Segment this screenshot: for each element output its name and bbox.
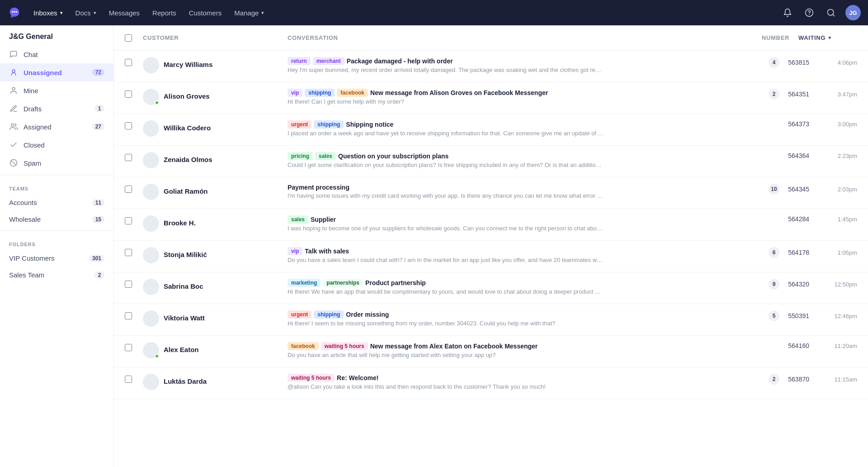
sidebar-item-sales-team[interactable]: Sales Team 2	[0, 267, 113, 283]
sidebar-item-label: Drafts	[24, 105, 89, 113]
sidebar-item-spam[interactable]: Spam	[0, 154, 113, 172]
conv-meta: 564373 3:00pm	[753, 120, 857, 128]
svg-line-6	[833, 14, 835, 16]
avatar-placeholder	[143, 247, 159, 263]
svg-point-2	[16, 11, 18, 13]
conv-meta: 564160 11:20am	[753, 342, 857, 349]
conversation-number: 564373	[782, 120, 818, 128]
tag-marketing: marketing	[288, 279, 321, 287]
table-row[interactable]: Luktás Darda waiting 5 hours Re: Welcome…	[114, 367, 868, 399]
row-checkbox[interactable]	[125, 312, 132, 319]
sidebar-item-label: Mine	[24, 87, 104, 95]
nav-customers[interactable]: Customers	[183, 6, 228, 19]
row-checkbox-col	[125, 89, 143, 100]
sidebar-item-chat[interactable]: Chat	[0, 45, 113, 63]
sidebar-item-assigned[interactable]: Assigned 27	[0, 118, 113, 136]
table-row[interactable]: Alex Eaton facebookwaiting 5 hours New m…	[114, 336, 868, 367]
row-checkbox[interactable]	[125, 217, 132, 224]
conversation-cell: pricingsales Question on your subscripti…	[288, 152, 753, 168]
sidebar-item-label: Unassigned	[24, 69, 87, 76]
conv-meta: 2 563870 11:15am	[753, 374, 857, 385]
teams-section-title: TEAMS	[0, 178, 113, 194]
avatar	[143, 89, 159, 105]
customer-cell: Stonja Milikić	[143, 247, 288, 263]
table-row[interactable]: Brooke H. sales Supplier I was hoping to…	[114, 209, 868, 241]
sidebar-item-vip-customers[interactable]: VIP Customers 301	[0, 250, 113, 267]
sidebar-item-accounts[interactable]: Accounts 11	[0, 194, 113, 211]
sidebar-item-label: Sales Team	[9, 271, 89, 279]
conversation-cell: waiting 5 hours Re: Welcome! @alison Can…	[288, 374, 753, 390]
table-row[interactable]: Goliat Ramón Payment processing I'm havi…	[114, 177, 868, 209]
avatar-placeholder	[143, 120, 159, 137]
conversation-preview: Could I get some clarification on your s…	[288, 162, 604, 168]
row-checkbox[interactable]	[125, 344, 132, 351]
sidebar-item-wholesale[interactable]: Wholesale 15	[0, 211, 113, 228]
table-row[interactable]: Zenaida Olmos pricingsales Question on y…	[114, 146, 868, 177]
tag-facebook: facebook	[337, 89, 368, 97]
sidebar-item-label: Spam	[24, 159, 104, 167]
conversation-preview: Hi there! I seem to be missing something…	[288, 320, 604, 327]
avatar-placeholder	[143, 184, 159, 200]
row-checkbox-col	[125, 342, 143, 353]
row-checkbox[interactable]	[125, 59, 132, 66]
table-row[interactable]: Marcy Williams returnmerchant Package da…	[114, 51, 868, 82]
conversation-number: 564364	[782, 152, 818, 159]
row-checkbox-col	[125, 57, 143, 68]
conversation-preview: I was hoping to become one of your suppl…	[288, 225, 604, 232]
message-count-badge: 2	[769, 89, 779, 100]
row-checkbox-col	[125, 310, 143, 321]
conversation-title: New message from Alison Groves on Facebo…	[370, 89, 548, 96]
customer-cell: Zenaida Olmos	[143, 152, 288, 168]
conversation-number: 564160	[782, 342, 818, 349]
select-all-checkbox[interactable]	[125, 34, 132, 42]
user-avatar[interactable]: JG	[845, 5, 861, 20]
sidebar-item-unassigned[interactable]: Unassigned 72	[0, 63, 113, 81]
table-row[interactable]: Sabrina Boc marketingpartnerships Produc…	[114, 272, 868, 304]
svg-point-7	[12, 70, 15, 72]
row-checkbox[interactable]	[125, 376, 132, 383]
table-row[interactable]: Alison Groves vipshippingfacebook New me…	[114, 82, 868, 114]
tags-and-title: vip Talk with sales	[288, 247, 753, 255]
sidebar: J&G General Chat Unassigned 72	[0, 25, 114, 467]
search-icon[interactable]	[824, 5, 838, 20]
sidebar-item-drafts[interactable]: Drafts 1	[0, 100, 113, 118]
conversation-cell: urgentshipping Shipping notice I placed …	[288, 120, 753, 137]
nav-inboxes[interactable]: Inboxes ▾	[27, 6, 69, 19]
tag-waiting: waiting 5 hours	[321, 342, 368, 350]
conversation-cell: marketingpartnerships Product partnershi…	[288, 279, 753, 295]
nav-messages[interactable]: Messages	[103, 6, 146, 19]
sidebar-item-mine[interactable]: Mine	[0, 81, 113, 100]
waiting-col-header[interactable]: Waiting ▼	[798, 34, 857, 41]
sidebar-item-closed[interactable]: Closed	[0, 136, 113, 154]
svg-point-9	[11, 124, 14, 126]
conversation-cell: sales Supplier I was hoping to become on…	[288, 215, 753, 232]
row-checkbox[interactable]	[125, 249, 132, 256]
avatar	[143, 184, 159, 200]
row-checkbox[interactable]	[125, 154, 132, 161]
tags-and-title: waiting 5 hours Re: Welcome!	[288, 374, 753, 382]
row-checkbox[interactable]	[125, 91, 132, 98]
tag-shipping: shipping	[305, 89, 335, 97]
avatar	[143, 120, 159, 137]
conv-meta: 2 564351 3:47pm	[753, 89, 857, 100]
avatar	[143, 247, 159, 263]
nav-reports[interactable]: Reports	[146, 6, 183, 19]
tag-vip: vip	[288, 247, 302, 255]
table-row[interactable]: Willika Codero urgentshipping Shipping n…	[114, 114, 868, 146]
tag-vip: vip	[288, 89, 302, 97]
nav-docs[interactable]: Docs ▾	[69, 6, 103, 19]
help-icon[interactable]	[802, 5, 816, 20]
customer-cell: Luktás Darda	[143, 374, 288, 390]
tag-waiting: waiting 5 hours	[288, 374, 335, 382]
customer-cell: Goliat Ramón	[143, 184, 288, 200]
row-checkbox[interactable]	[125, 281, 132, 288]
table-row[interactable]: Viktoria Watt urgentshipping Order missi…	[114, 304, 868, 336]
row-checkbox[interactable]	[125, 122, 132, 129]
notifications-icon[interactable]	[780, 5, 795, 20]
row-checkbox[interactable]	[125, 186, 132, 193]
table-row[interactable]: Stonja Milikić vip Talk with sales Do yo…	[114, 241, 868, 272]
conversation-time: 2:23pm	[821, 152, 857, 159]
app-logo[interactable]	[7, 5, 22, 20]
nav-manage[interactable]: Manage ▾	[228, 6, 270, 19]
tag-partnerships: partnerships	[323, 279, 363, 287]
